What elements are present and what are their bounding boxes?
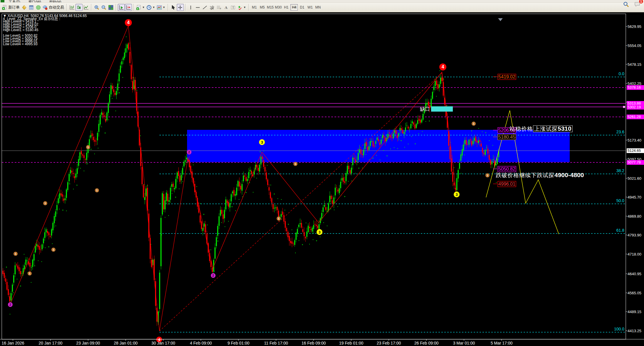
semafor-marker-2[interactable]: 2 [211, 273, 216, 278]
menu-item-0[interactable]: 工具(T) [9, 0, 20, 3]
chevron-down-icon[interactable]: ▼ [152, 6, 155, 9]
semafor-marker-3[interactable]: 3 [317, 229, 322, 235]
chevron-down-icon[interactable]: ▼ [163, 6, 165, 9]
candle-body [117, 84, 118, 90]
semafor-marker-1[interactable]: 1 [293, 162, 297, 166]
timeframe-h4[interactable]: H4 [290, 4, 298, 11]
menu-item-2[interactable]: 帮助(H) [49, 0, 61, 3]
chart-window[interactable]: 缺口44433322211111111115419.025206.005180.… [0, 12, 644, 346]
candle-body [135, 80, 136, 90]
dot [352, 181, 352, 181]
market-watch-button[interactable] [21, 4, 28, 11]
text-button[interactable]: A [223, 4, 230, 11]
crosshair-button[interactable] [177, 4, 184, 11]
time-axis-label[interactable]: 23 Feb 17:00 [377, 341, 401, 345]
line-chart-button[interactable] [83, 4, 90, 11]
zoom-in-button[interactable] [93, 4, 100, 11]
period-button[interactable]: ▼ [146, 4, 156, 11]
timeframe-w1[interactable]: W1 [306, 4, 314, 11]
semafor-marker-4[interactable]: 4 [439, 63, 446, 70]
time-axis-label[interactable]: 4 Feb 09:00 [190, 341, 212, 345]
time-axis-label[interactable]: 3 Mar 01:00 [453, 341, 475, 345]
zoom-out-button[interactable] [100, 4, 107, 11]
timeframe-m1[interactable]: M1 [251, 4, 258, 11]
search-button[interactable] [622, 1, 630, 8]
candle-body [274, 208, 275, 208]
vline-button[interactable] [187, 4, 194, 11]
candle-body [263, 160, 264, 167]
dot [313, 239, 313, 240]
autotrading-button[interactable]: 自动交易 [42, 4, 65, 11]
chart-canvas[interactable]: 缺口44433322211111111115419.025206.005180.… [0, 12, 644, 346]
time-axis-label[interactable]: 9 Feb 01:00 [228, 341, 250, 345]
fibo-button[interactable]: F [208, 4, 216, 11]
dot [24, 254, 24, 255]
arrows-button[interactable]: ▼ [237, 4, 247, 11]
hline-button[interactable] [194, 4, 201, 11]
navigator-button[interactable] [35, 4, 42, 11]
time-axis-label[interactable]: 23 Jan 09:00 [76, 341, 100, 345]
bar-chart-button[interactable] [68, 4, 75, 11]
price-tag[interactable]: 5302.19 [627, 105, 644, 110]
new-chart-button[interactable]: ▼ [135, 4, 146, 11]
semafor-marker-1[interactable]: 1 [277, 216, 281, 221]
new-order-button[interactable]: 新订单 [1, 4, 21, 11]
time-axis-label[interactable]: 26 Feb 09:00 [414, 341, 439, 345]
gap-highlight-box[interactable] [431, 106, 453, 112]
semafor-marker-2[interactable]: 2 [187, 150, 191, 154]
time-axis-label[interactable]: 16 Feb 09:00 [302, 341, 326, 345]
timeframe-m5[interactable]: M5 [259, 4, 266, 11]
price-tag[interactable]: 5124.65 [627, 148, 644, 153]
chevron-down-icon[interactable]: ▼ [243, 6, 246, 9]
candle-body [452, 172, 453, 182]
semafor-marker-1[interactable]: 1 [28, 271, 32, 276]
cursor-button[interactable] [170, 4, 177, 11]
price-tag[interactable]: 5077.78 [627, 160, 644, 165]
candle-body [382, 135, 383, 138]
timeframe-m30[interactable]: M30 [275, 4, 282, 11]
semafor-marker-1[interactable]: 1 [86, 145, 90, 149]
label-button[interactable]: T [230, 4, 237, 11]
tile-windows-button[interactable] [107, 4, 114, 11]
timeframe-m15[interactable]: M15 [267, 4, 274, 11]
semafor-marker-1[interactable]: 1 [95, 188, 99, 192]
time-axis-label[interactable]: 16 Jan 2026 [1, 341, 24, 345]
channel-icon: F [216, 5, 221, 10]
timeframe-d1[interactable]: D1 [298, 4, 306, 11]
semafor-marker-1[interactable]: 1 [43, 201, 47, 205]
semafor-marker-4[interactable]: 4 [125, 19, 132, 26]
data-window-button[interactable] [28, 4, 35, 11]
candle-chart-button[interactable] [75, 4, 83, 11]
candle-body [335, 188, 336, 196]
price-axis-label: 5478.15 [628, 62, 641, 67]
semafor-marker-3[interactable]: 3 [259, 139, 265, 145]
price-tag[interactable]: 5261.28 [627, 115, 644, 119]
time-axis-label[interactable]: 20 Jan 17:00 [39, 341, 63, 345]
line-handle[interactable] [623, 106, 625, 108]
timeframe-h1[interactable]: H1 [283, 4, 290, 11]
semafor-marker-1[interactable]: 1 [472, 122, 476, 126]
price-tag[interactable]: 5378.16 [627, 85, 644, 90]
time-axis-label[interactable]: 11 Feb 17:00 [264, 341, 288, 345]
trendline-button[interactable] [201, 4, 208, 11]
semafor-marker-1[interactable]: 1 [14, 252, 18, 256]
semafor-marker-3[interactable]: 3 [454, 192, 460, 197]
chart-shift-button[interactable] [125, 4, 132, 11]
menu-item-1[interactable]: 窗口(W) [28, 0, 41, 3]
timeframe-mn[interactable]: MN [314, 4, 322, 11]
channel-button[interactable]: F [216, 4, 223, 11]
time-axis-label[interactable]: 30 Jan 17:00 [152, 341, 175, 345]
notifications-button[interactable]: 1 [633, 1, 642, 8]
semafor-marker-1[interactable]: 1 [485, 173, 490, 177]
semafor-marker-2[interactable]: 2 [8, 302, 13, 307]
auto-scroll-button[interactable] [118, 4, 125, 11]
time-axis-label[interactable]: 5 Mar 17:00 [491, 341, 513, 345]
time-axis-label[interactable]: 19 Feb 01:00 [339, 341, 364, 345]
candle-body [497, 159, 498, 164]
chevron-down-icon[interactable]: ▼ [142, 6, 145, 9]
semafor-marker-1[interactable]: 1 [51, 248, 56, 252]
candle-body [4, 273, 5, 278]
time-axis-label[interactable]: 28 Jan 01:00 [114, 341, 138, 345]
dot [211, 249, 211, 250]
template-button[interactable]: ▼ [156, 4, 166, 11]
